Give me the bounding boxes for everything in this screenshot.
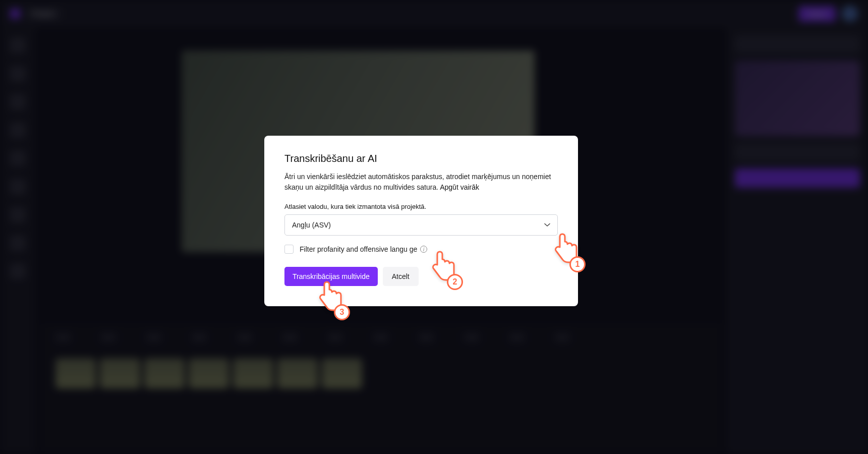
- cancel-button[interactable]: Atcelt: [383, 267, 419, 286]
- chevron-down-icon: [544, 222, 550, 228]
- modal-description: Ātri un vienkārši ieslēdziet automātisko…: [284, 172, 558, 193]
- filter-label-text: Filter profanity and offensive langu ge: [300, 245, 417, 253]
- info-icon[interactable]: i: [420, 246, 427, 253]
- transcribe-button[interactable]: Transkribācijas multivide: [284, 267, 378, 286]
- language-selected-value: Angļu (ASV): [292, 221, 331, 229]
- language-field-label: Atlasiet valodu, kura tiek izmantota vis…: [284, 203, 558, 210]
- modal-button-row: Transkribācijas multivide Atcelt: [284, 267, 558, 286]
- learn-more-link[interactable]: Apgūt vairāk: [440, 183, 479, 191]
- filter-profanity-checkbox[interactable]: [284, 245, 294, 254]
- filter-profanity-label: Filter profanity and offensive langu ge …: [300, 245, 427, 253]
- language-select[interactable]: Angļu (ASV): [284, 214, 558, 236]
- filter-profanity-row: Filter profanity and offensive langu ge …: [284, 245, 558, 254]
- desc-text-2: aizpildītāja vārdus no multivides satura…: [315, 183, 440, 191]
- transcribe-ai-modal: Transkribēšanu ar AI Ātri un vienkārši i…: [264, 136, 578, 306]
- modal-title: Transkribēšanu ar AI: [284, 153, 558, 164]
